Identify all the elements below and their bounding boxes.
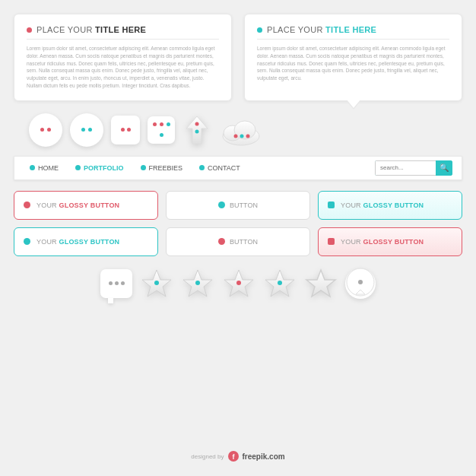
circle-icon-teal-dots [70, 113, 103, 147]
dot5 [121, 128, 125, 132]
svg-point-2 [195, 129, 199, 133]
nav-dot-contact [199, 165, 205, 170]
footer: designed by f freepik.com [191, 450, 284, 462]
svg-point-12 [195, 281, 200, 285]
chat-dot-2 [115, 281, 119, 285]
btn-label-6: YOUR GLOSSY BUTTON [341, 238, 424, 246]
search-button[interactable]: 🔍 [436, 160, 452, 176]
dot2 [47, 128, 51, 132]
nav-item-portfolio[interactable]: PORTFOLIO [69, 164, 130, 172]
dot7 [153, 122, 157, 126]
chat-dot-3 [121, 281, 125, 285]
buttons-section: YOUR GLOSSY BUTTON BUTTON YOUR GLOSSY BU… [14, 191, 462, 256]
svg-point-19 [358, 280, 363, 284]
square-icon-dot-grid [148, 116, 175, 144]
dot10 [160, 133, 163, 137]
footer-brand: freepik.com [243, 452, 285, 461]
search-input[interactable] [375, 160, 436, 176]
cloud-icon [219, 115, 261, 145]
svg-point-14 [236, 281, 241, 285]
btn-label-plain-1: BUTTON [230, 202, 258, 209]
btn-label-plain-2: BUTTON [230, 238, 258, 246]
navigation-bar: HOME PORTFOLIO FREEBIES CONTACT 🔍 [14, 156, 462, 180]
circle-speech-icon [345, 268, 376, 299]
red-dot-left [27, 27, 32, 33]
chat-bubble-icon [100, 269, 132, 298]
btn-label-3: YOUR GLOSSY BUTTON [341, 202, 424, 209]
nav-item-contact[interactable]: CONTACT [193, 164, 246, 172]
svg-point-7 [240, 134, 244, 138]
btn-label-1: YOUR GLOSSY BUTTON [36, 202, 119, 209]
button-plain-2[interactable]: BUTTON [166, 227, 310, 256]
search-bar[interactable]: 🔍 [375, 160, 452, 176]
left-box-divider [27, 39, 219, 40]
chat-dot-1 [109, 281, 113, 285]
btn-square-teal-1 [328, 202, 335, 208]
button-red-filled-glossy-2[interactable]: YOUR GLOSSY BUTTON [318, 227, 462, 256]
left-box-title: PLACE YOUR TITLE HERE [36, 25, 146, 34]
btn-dot-red-2 [218, 238, 225, 245]
svg-point-8 [246, 134, 250, 138]
svg-point-6 [234, 134, 238, 138]
speech-boxes-section: PLACE YOUR TITLE HERE Lorem ipsum dolor … [14, 14, 462, 101]
btn-label-4: YOUR GLOSSY BUTTON [36, 238, 119, 246]
nav-dot-portfolio [75, 165, 81, 170]
dot4 [88, 128, 92, 132]
bottom-icon-row [14, 267, 462, 300]
dot3 [81, 128, 85, 132]
right-speech-box: PLACE YOUR TITLE HERE Lorem ipsum dolor … [244, 14, 462, 101]
right-box-title: PLACE YOUR TITLE HERE [267, 25, 376, 34]
teal-dot-right [257, 27, 262, 33]
dot8 [160, 122, 163, 126]
star-icon-4 [263, 267, 297, 300]
btn-dot-teal-1 [218, 202, 225, 208]
square-icon-red-dots [111, 116, 140, 144]
star-icon-5 [304, 267, 338, 300]
star-icon-2 [181, 267, 214, 300]
right-box-divider [257, 39, 449, 40]
circle-icon-red-dots [29, 113, 62, 147]
left-speech-box: PLACE YOUR TITLE HERE Lorem ipsum dolor … [14, 14, 232, 101]
nav-item-freebies[interactable]: FREEBIES [135, 164, 189, 172]
star-icon-3 [222, 267, 255, 300]
footer-text: designed by [191, 453, 224, 460]
dot6 [127, 128, 131, 132]
left-box-text: Lorem ipsum dolor sit amet, consectetuer… [27, 45, 219, 90]
svg-point-16 [278, 281, 282, 285]
button-plain-1[interactable]: BUTTON [166, 191, 310, 220]
button-teal-outline-glossy-2[interactable]: YOUR GLOSSY BUTTON [14, 227, 158, 256]
nav-item-home[interactable]: HOME [24, 164, 65, 172]
dot1 [40, 128, 44, 132]
btn-dot-red-1 [24, 202, 30, 208]
right-box-text: Lorem ipsum dolor sit amet, consectetuer… [257, 45, 449, 82]
svg-point-10 [154, 281, 159, 285]
left-box-title-row: PLACE YOUR TITLE HERE [27, 25, 219, 34]
btn-square-red-1 [328, 238, 335, 245]
icon-row [14, 113, 462, 147]
button-teal-filled-glossy-1[interactable]: YOUR GLOSSY BUTTON [318, 191, 462, 220]
arrow-up-icon [182, 113, 211, 147]
button-red-outline-glossy-1[interactable]: YOUR GLOSSY BUTTON [14, 191, 158, 220]
svg-point-1 [195, 122, 199, 125]
nav-dot-home [30, 165, 35, 170]
svg-marker-17 [306, 270, 335, 297]
star-icon-1 [140, 267, 173, 300]
btn-dot-teal-2 [24, 238, 30, 245]
nav-dot-freebies [141, 165, 146, 170]
right-box-title-row: PLACE YOUR TITLE HERE [257, 25, 449, 34]
freepik-icon: f [227, 450, 240, 462]
dot9 [167, 122, 170, 126]
